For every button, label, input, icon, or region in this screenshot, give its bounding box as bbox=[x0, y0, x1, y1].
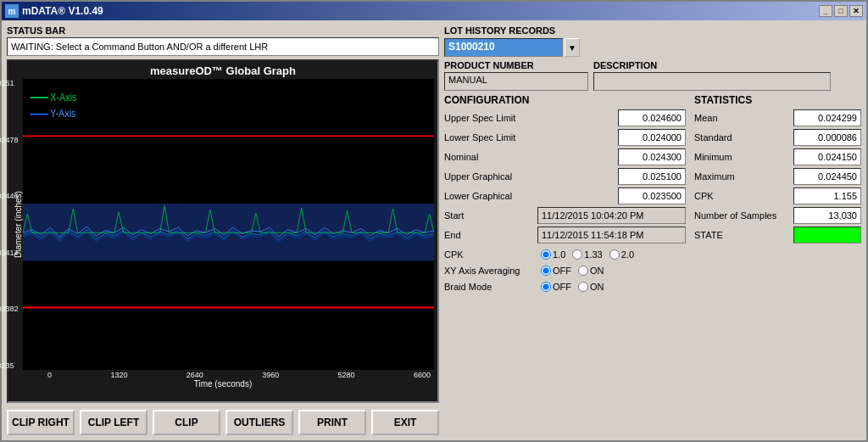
xy-off-option[interactable]: OFF bbox=[541, 266, 571, 276]
exit-button[interactable]: EXIT bbox=[371, 410, 439, 435]
description-label: DESCRIPTION bbox=[593, 60, 831, 70]
right-panel: LOT HISTORY RECORDS S1000210 ▼ PRODUCT N… bbox=[444, 25, 861, 435]
description-input[interactable] bbox=[593, 72, 831, 91]
cpk-option-1-label: 1.0 bbox=[553, 249, 565, 260]
maximum-value: 0.024450 bbox=[793, 168, 861, 185]
configuration-section: CONFIGURATION Upper Spec Limit 0.024600 … bbox=[444, 94, 686, 246]
cpk-radio-2[interactable] bbox=[572, 249, 582, 260]
lower-spec-limit-label: Lower Spec Limit bbox=[444, 132, 537, 143]
graph-area: Diameter (inches) 0.0251 0.02478 0.02446… bbox=[12, 79, 434, 370]
close-button[interactable]: ✕ bbox=[849, 5, 863, 17]
status-section: STATUS BAR WAITING: Select a Command But… bbox=[7, 25, 439, 56]
upper-spec-limit-value: 0.024600 bbox=[618, 109, 686, 126]
cpk-option-3-label: 2.0 bbox=[621, 249, 634, 260]
cpk-option-3[interactable]: 2.0 bbox=[609, 249, 634, 260]
lot-select-display[interactable]: S1000210 bbox=[444, 38, 563, 57]
bottom-buttons: CLIP RIGHT CLIP LEFT CLIP OUTLIERS PRINT… bbox=[7, 410, 439, 435]
cpk-stat-value: 1.155 bbox=[793, 187, 861, 204]
lower-spec-limit-row: Lower Spec Limit 0.024000 bbox=[444, 129, 686, 146]
minimum-value: 0.024150 bbox=[793, 148, 861, 165]
x-tick-5: 6600 bbox=[414, 371, 431, 379]
braid-mode-row: Braid Mode OFF ON bbox=[444, 282, 861, 292]
statistics-section: STATISTICS Mean 0.024299 Standard 0.0000… bbox=[694, 94, 861, 246]
braid-radio-off[interactable] bbox=[541, 282, 551, 292]
braid-mode-label: Braid Mode bbox=[444, 282, 537, 292]
x-tick-3: 3960 bbox=[262, 371, 279, 379]
cpk-radio-group: 1.0 1.33 2.0 bbox=[541, 249, 634, 260]
svg-text:Y-Axis: Y-Axis bbox=[50, 109, 75, 120]
upper-graphical-row: Upper Graphical 0.025100 bbox=[444, 168, 686, 185]
title-bar-buttons: _ □ ✕ bbox=[819, 5, 863, 17]
maximize-button[interactable]: □ bbox=[834, 5, 848, 17]
x-tick-4: 5280 bbox=[338, 371, 355, 379]
nominal-row: Nominal 0.024300 bbox=[444, 148, 686, 165]
xy-averaging-group: OFF ON bbox=[541, 266, 604, 276]
nominal-value: 0.024300 bbox=[618, 148, 686, 165]
xy-on-option[interactable]: ON bbox=[578, 266, 604, 276]
start-label: Start bbox=[444, 210, 537, 221]
mean-row: Mean 0.024299 bbox=[694, 109, 861, 126]
x-tick-0: 0 bbox=[47, 371, 52, 379]
left-panel: STATUS BAR WAITING: Select a Command But… bbox=[7, 25, 439, 435]
statistics-header: STATISTICS bbox=[694, 94, 861, 106]
upper-spec-limit-label: Upper Spec Limit bbox=[444, 113, 537, 123]
outliers-button[interactable]: OUTLIERS bbox=[225, 410, 293, 435]
product-number-input[interactable]: MANUAL bbox=[444, 72, 588, 91]
state-label: STATE bbox=[694, 230, 787, 240]
clip-left-button[interactable]: CLIP LEFT bbox=[80, 410, 147, 435]
cpk-option-1[interactable]: 1.0 bbox=[541, 249, 565, 260]
end-row: End 11/12/2015 11:54:18 PM bbox=[444, 227, 686, 243]
graph-title: measureOD™ Global Graph bbox=[12, 64, 434, 77]
status-bar-label: STATUS BAR bbox=[7, 25, 439, 36]
start-row: Start 11/12/2015 10:04:20 PM bbox=[444, 207, 686, 224]
cpk-radio-3[interactable] bbox=[609, 249, 620, 260]
xy-radio-off[interactable] bbox=[541, 266, 551, 276]
state-value bbox=[793, 227, 861, 243]
cpk-option-2[interactable]: 1.33 bbox=[572, 249, 602, 260]
standard-row: Standard 0.000086 bbox=[694, 129, 861, 146]
lower-graphical-label: Lower Graphical bbox=[444, 191, 537, 201]
x-tick-1: 1320 bbox=[110, 371, 127, 379]
braid-on-option[interactable]: ON bbox=[578, 282, 604, 292]
xy-on-label: ON bbox=[590, 266, 604, 276]
svg-text:X-Axis: X-Axis bbox=[50, 92, 76, 103]
num-samples-label: Number of Samples bbox=[694, 210, 787, 221]
lot-history-label: LOT HISTORY RECORDS bbox=[444, 25, 861, 36]
xy-radio-on[interactable] bbox=[578, 266, 588, 276]
maximum-label: Maximum bbox=[694, 171, 787, 182]
braid-off-option[interactable]: OFF bbox=[541, 282, 571, 292]
lower-graphical-row: Lower Graphical 0.023500 bbox=[444, 187, 686, 204]
description-field-group: DESCRIPTION bbox=[593, 60, 831, 91]
cpk-radio-1[interactable] bbox=[541, 249, 551, 260]
num-samples-row: Number of Samples 13,030 bbox=[694, 207, 861, 224]
upper-graphical-value: 0.025100 bbox=[618, 168, 686, 185]
cpk-option-2-label: 1.33 bbox=[584, 249, 602, 260]
cpk-stat-row: CPK 1.155 bbox=[694, 187, 861, 204]
minimum-label: Minimum bbox=[694, 152, 787, 162]
xy-averaging-row: XY Axis Averaging OFF ON bbox=[444, 266, 861, 276]
title-bar: m mDATA® V1.0.49 _ □ ✕ bbox=[2, 2, 866, 20]
clip-button[interactable]: CLIP bbox=[153, 410, 220, 435]
minimize-button[interactable]: _ bbox=[819, 5, 832, 17]
app-icon: m bbox=[5, 4, 19, 18]
braid-mode-group: OFF ON bbox=[541, 282, 604, 292]
standard-label: Standard bbox=[694, 132, 787, 143]
maximum-row: Maximum 0.024450 bbox=[694, 168, 861, 185]
xy-off-label: OFF bbox=[553, 266, 571, 276]
cpk-radio-label: CPK bbox=[444, 249, 537, 260]
window-title: mDATA® V1.0.49 bbox=[22, 5, 103, 17]
svg-rect-2 bbox=[23, 204, 434, 260]
nominal-label: Nominal bbox=[444, 152, 537, 162]
print-button[interactable]: PRINT bbox=[298, 410, 366, 435]
lower-graphical-value: 0.023500 bbox=[618, 187, 686, 204]
standard-value: 0.000086 bbox=[793, 129, 861, 146]
braid-radio-on[interactable] bbox=[578, 282, 588, 292]
graph-container: measureOD™ Global Graph Diameter (inches… bbox=[7, 59, 439, 403]
clip-right-button[interactable]: CLIP RIGHT bbox=[7, 410, 75, 435]
lot-dropdown-button[interactable]: ▼ bbox=[565, 38, 580, 57]
lot-dropdown: S1000210 ▼ bbox=[444, 38, 861, 57]
lot-history-section: LOT HISTORY RECORDS S1000210 ▼ bbox=[444, 25, 861, 57]
num-samples-value: 13,030 bbox=[793, 207, 861, 224]
cpk-radio-row: CPK 1.0 1.33 2.0 bbox=[444, 249, 861, 260]
main-window: m mDATA® V1.0.49 _ □ ✕ STATUS BAR WAITIN… bbox=[0, 0, 868, 442]
